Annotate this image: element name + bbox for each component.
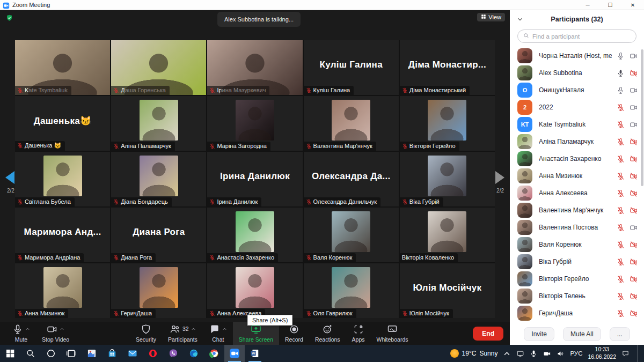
- mic-muted-icon[interactable]: [617, 224, 625, 232]
- mic-icon[interactable]: [617, 86, 625, 94]
- mic-muted-icon[interactable]: [617, 155, 625, 163]
- participant-row[interactable]: Аліна Паламарчук: [517, 133, 638, 150]
- taskbar-search-icon[interactable]: [20, 345, 41, 362]
- participant-row[interactable]: Валя Коренюк: [517, 236, 638, 253]
- notification-center-icon[interactable]: [621, 350, 630, 358]
- video-tile[interactable]: Анна Мизинюк: [15, 263, 110, 318]
- taskbar-store-icon[interactable]: [102, 345, 122, 362]
- participant-row[interactable]: Валентина Постова: [517, 219, 638, 236]
- video-tile[interactable]: Куліш ГалинаКуліш Галина: [304, 40, 399, 95]
- video-tile[interactable]: Діана Бондарець: [111, 152, 206, 206]
- search-input[interactable]: [532, 33, 631, 40]
- toolbar-reactions-button[interactable]: Reactions: [309, 322, 346, 345]
- weather-widget[interactable]: 19°C Sunny: [450, 349, 498, 358]
- camera-muted-icon[interactable]: [630, 172, 638, 180]
- taskbar-mail-icon[interactable]: [122, 345, 143, 362]
- prev-page-arrow-icon[interactable]: [5, 171, 14, 184]
- video-tile[interactable]: Оля Гаврилюк: [304, 263, 399, 318]
- chevron-up-icon[interactable]: [222, 324, 227, 334]
- more-options-button[interactable]: ...: [610, 327, 630, 341]
- tray-camera-icon[interactable]: [543, 350, 551, 358]
- taskbar-start-icon[interactable]: [0, 345, 20, 362]
- camera-muted-icon[interactable]: [630, 138, 638, 146]
- invite-button[interactable]: Invite: [524, 327, 554, 341]
- video-tile[interactable]: Даша Горенська: [111, 40, 206, 95]
- toolbar-security-button[interactable]: Security: [130, 322, 162, 345]
- toolbar-stop-video-button[interactable]: Stop Video: [36, 322, 75, 345]
- video-tile[interactable]: Аліна Паламарчук: [111, 96, 206, 151]
- video-tile[interactable]: Диана РогаДиана Рога: [111, 208, 206, 262]
- taskbar-viber-icon[interactable]: [163, 345, 184, 362]
- participant-row[interactable]: Анна Алексеева: [517, 184, 638, 202]
- minimize-button[interactable]: ─: [576, 0, 599, 10]
- mute-all-button[interactable]: Mute All: [563, 327, 601, 341]
- mic-icon[interactable]: [617, 52, 625, 60]
- taskbar-opera-icon[interactable]: [143, 345, 163, 362]
- taskbar-paint-icon[interactable]: [82, 345, 102, 362]
- camera-muted-icon[interactable]: [630, 189, 638, 197]
- mic-muted-icon[interactable]: [617, 275, 625, 283]
- camera-icon[interactable]: [630, 224, 638, 232]
- maximize-button[interactable]: ☐: [599, 0, 621, 10]
- toolbar-participants-button[interactable]: 32Participants: [162, 322, 203, 345]
- camera-muted-icon[interactable]: [630, 155, 638, 163]
- participant-row[interactable]: KTKate Tsymbaliuk: [517, 116, 638, 133]
- taskbar-zoom-icon[interactable]: [224, 345, 245, 362]
- camera-icon[interactable]: [630, 121, 638, 129]
- close-button[interactable]: ✕: [621, 0, 644, 10]
- participant-row[interactable]: Віка Губрій: [517, 253, 638, 270]
- chevron-up-icon[interactable]: [191, 324, 196, 334]
- mic-muted-icon[interactable]: [617, 172, 625, 180]
- mic-muted-icon[interactable]: [617, 241, 625, 249]
- camera-muted-icon[interactable]: [630, 69, 638, 77]
- toolbar-chat-button[interactable]: Chat: [203, 322, 233, 345]
- security-shield-icon[interactable]: [5, 14, 13, 22]
- video-tile[interactable]: ГеричДаша: [111, 263, 206, 318]
- camera-muted-icon[interactable]: [630, 241, 638, 249]
- video-tile[interactable]: Анастасія Захаренко: [207, 208, 302, 262]
- tray-mic-icon[interactable]: [530, 350, 538, 358]
- participant-row[interactable]: Валентина Мар'янчук: [517, 202, 638, 219]
- mic-muted-icon[interactable]: [617, 189, 625, 197]
- participant-row[interactable]: Вікторія Герейло: [517, 270, 638, 287]
- camera-muted-icon[interactable]: [630, 206, 638, 215]
- video-tile[interactable]: Ірина ДанилюкІрина Данилюк: [207, 152, 302, 206]
- participant-row[interactable]: Анна Мизинюк: [517, 167, 638, 184]
- video-tile[interactable]: Діма Монастир...Діма Монастирський: [400, 40, 495, 95]
- camera-icon[interactable]: [630, 52, 638, 60]
- participant-row[interactable]: 22022: [517, 99, 638, 116]
- taskbar-chrome-icon[interactable]: [204, 345, 224, 362]
- chevron-up-icon[interactable]: [25, 324, 30, 334]
- taskbar-word-icon[interactable]: W: [245, 345, 265, 362]
- toolbar-mute-button[interactable]: Mute: [6, 322, 36, 345]
- show-desktop-button[interactable]: [637, 345, 640, 362]
- mic-muted-icon[interactable]: [617, 206, 625, 215]
- mic-muted-icon[interactable]: [617, 121, 625, 129]
- participant-row[interactable]: OОнищукНаталя: [517, 82, 638, 99]
- mic-muted-icon[interactable]: [617, 292, 625, 300]
- video-tile[interactable]: Kate Tsymbaliuk: [15, 40, 110, 95]
- chevron-up-icon[interactable]: [60, 324, 64, 334]
- next-page-arrow-icon[interactable]: [495, 171, 504, 184]
- mic-muted-icon[interactable]: [617, 104, 625, 112]
- language-indicator[interactable]: РУС: [570, 350, 582, 357]
- video-tile[interactable]: Дашенька😼Дашенька 😼: [15, 96, 110, 151]
- participant-row[interactable]: ГеричДаша: [517, 305, 638, 322]
- video-tile[interactable]: Валентина Мар'янчук: [304, 96, 399, 151]
- chevron-down-icon[interactable]: [517, 16, 523, 23]
- mic-muted-icon[interactable]: [617, 258, 625, 266]
- tray-volume-icon[interactable]: [557, 350, 565, 358]
- video-tile[interactable]: Валя Коренюк: [304, 208, 399, 262]
- video-tile[interactable]: Анна Алексеева: [207, 263, 302, 318]
- mic-muted-icon[interactable]: [617, 309, 625, 317]
- camera-icon[interactable]: [630, 104, 638, 112]
- participant-row[interactable]: Вікторія Телень: [517, 287, 638, 305]
- taskbar-task-view-icon[interactable]: [61, 345, 82, 362]
- toolbar-whiteboards-button[interactable]: Whiteboards: [371, 322, 414, 345]
- video-tile[interactable]: Світлана Бубела: [15, 152, 110, 206]
- video-tile[interactable]: Віка Губрій: [400, 152, 495, 206]
- toolbar-apps-button[interactable]: Apps: [346, 322, 371, 345]
- taskbar-edge-icon[interactable]: [184, 345, 204, 362]
- camera-muted-icon[interactable]: [630, 258, 638, 266]
- taskbar-clock[interactable]: 10:33 16.06.2022: [588, 346, 616, 360]
